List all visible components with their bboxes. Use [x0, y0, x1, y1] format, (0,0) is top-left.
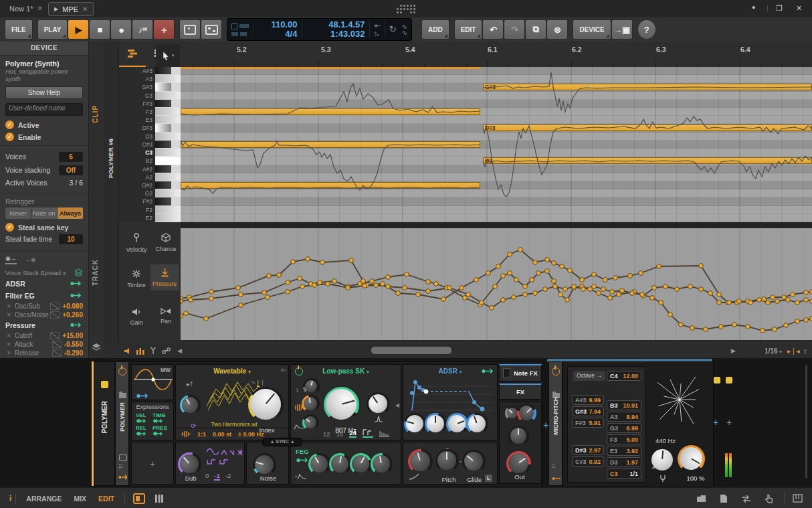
- mod-arrow-icon[interactable]: [70, 280, 83, 288]
- mod-amount[interactable]: -0.290: [64, 349, 83, 357]
- note-fx-tab[interactable]: Note FX: [499, 364, 542, 382]
- expression-slot-pres[interactable]: PRES: [153, 425, 169, 436]
- file-menu-button[interactable]: FILE: [5, 19, 33, 39]
- mod-curve-icon[interactable]: [52, 349, 62, 357]
- drag-handle-icon[interactable]: ⠿: [552, 464, 556, 470]
- expression-velocity-button[interactable]: Velocity: [122, 230, 150, 256]
- white-key[interactable]: [155, 92, 181, 99]
- feg-release-knob[interactable]: [371, 453, 393, 475]
- filter-keytrack-knob[interactable]: [303, 378, 320, 395]
- velocity-bars-icon[interactable]: [136, 347, 144, 355]
- add-device-plus[interactable]: +: [713, 417, 718, 428]
- mod-curve-icon[interactable]: [50, 332, 60, 339]
- pads-button[interactable]: [201, 19, 222, 39]
- black-key[interactable]: [155, 100, 181, 107]
- black-key[interactable]: [155, 141, 181, 148]
- sync-toggle[interactable]: ▲ SYNC ▲: [262, 438, 302, 446]
- pressure-lane[interactable]: [181, 228, 812, 342]
- osc-fine[interactable]: ± 0.00 Hz: [238, 431, 264, 438]
- note-editor-toggle[interactable]: [119, 41, 146, 67]
- octave-stretch-button[interactable]: Octave →: [573, 371, 605, 381]
- add-menu-button[interactable]: ADD: [421, 19, 449, 39]
- play-time[interactable]: 1:43.032: [330, 29, 365, 39]
- modulation-target[interactable]: ✕Attack-0.550: [0, 340, 88, 349]
- vibrato-lfo-knob[interactable]: [408, 449, 433, 474]
- drag-handle-icon[interactable]: ⠿: [118, 464, 123, 470]
- scroll-right-icon[interactable]: ▶: [731, 347, 736, 354]
- view-arrange-button[interactable]: ARRANGE: [26, 495, 62, 503]
- glide-legato-badge[interactable]: L: [485, 475, 492, 482]
- duplicate-button[interactable]: ⧉: [525, 19, 546, 39]
- tuning-row-A3[interactable]: A38.94: [607, 412, 641, 422]
- osc-shape-knob[interactable]: [180, 395, 201, 416]
- active-row[interactable]: ✓Active: [0, 120, 88, 129]
- filter-type-selector[interactable]: Low-pass SK ▾: [291, 365, 401, 375]
- expand-device-icon[interactable]: [118, 475, 127, 480]
- expression-chance-button[interactable]: Chance: [152, 230, 180, 256]
- white-key[interactable]: [155, 206, 181, 214]
- mod-destinations-tab[interactable]: →◉: [25, 256, 36, 263]
- tab-close-icon[interactable]: ✕: [82, 5, 88, 13]
- device-name-input[interactable]: User-defined name: [5, 103, 83, 116]
- track-device-header[interactable]: POLYMER +: [94, 361, 115, 486]
- modulation-target[interactable]: ✕Oscs/Noise+0.260: [0, 311, 88, 319]
- layout-single-icon[interactable]: [133, 493, 145, 504]
- window-restore-button[interactable]: ❐: [776, 4, 783, 13]
- tuning-row-E3[interactable]: E33.92: [607, 446, 641, 456]
- mapping-panel-icon[interactable]: [741, 495, 751, 503]
- insert-device-button[interactable]: →▣: [611, 19, 633, 39]
- sub-octave-selector[interactable]: 0 -1 -2: [205, 472, 231, 481]
- expressions-panel[interactable]: Expressions VELTIMBRELPRES: [131, 402, 174, 440]
- expression-slot-timb[interactable]: TIMB: [153, 412, 169, 424]
- mw-modulator-panel[interactable]: MW: [131, 364, 174, 400]
- expression-timbre-button[interactable]: Timbre: [122, 266, 150, 292]
- white-key[interactable]: [155, 189, 181, 197]
- remove-target-icon[interactable]: ✕: [7, 333, 11, 339]
- view-edit-button[interactable]: EDIT: [98, 495, 114, 503]
- filter-power-icon[interactable]: [295, 367, 303, 375]
- filter-mode-comb-icon[interactable]: [379, 430, 390, 438]
- layout-mixer-icon[interactable]: [155, 494, 164, 503]
- fx-out-knob[interactable]: [506, 451, 531, 476]
- tuning-row-C4[interactable]: C412.00: [607, 371, 641, 381]
- mw-mod-arrow-icon[interactable]: [136, 393, 149, 399]
- black-key[interactable]: [155, 83, 181, 90]
- tuning-row-C#3[interactable]: C#30.92: [572, 456, 604, 467]
- layers-icon[interactable]: [74, 268, 83, 276]
- view-mix-button[interactable]: MIX: [74, 495, 86, 503]
- enable-row[interactable]: ✓Enable: [0, 133, 88, 141]
- white-key[interactable]: [155, 214, 181, 222]
- info-icon[interactable]: i: [9, 493, 11, 503]
- monitor-button[interactable]: [179, 19, 201, 39]
- modulation-target[interactable]: ✕Osc/Sub+0.080: [0, 302, 88, 311]
- tuning-row-B3[interactable]: B310.91: [607, 400, 641, 410]
- transport-display-icons[interactable]: [227, 23, 253, 36]
- punch-in-icon[interactable]: ⇤: [374, 21, 380, 29]
- fx-tab[interactable]: FX: [499, 384, 542, 400]
- expression-slot-vel[interactable]: VEL: [136, 412, 153, 424]
- fade-value[interactable]: 10: [59, 234, 83, 244]
- keytrack-icon[interactable]: ▸†: [187, 381, 193, 388]
- osc-type-selector[interactable]: Wavetable ▾: [176, 365, 288, 375]
- expression-gain-button[interactable]: Gain: [122, 305, 150, 329]
- polymer-preset-icon[interactable]: [119, 393, 126, 398]
- insert-device-plus[interactable]: +: [543, 420, 548, 430]
- scroll-left-icon[interactable]: ◀: [177, 347, 182, 354]
- window-close-button[interactable]: ✕: [796, 4, 802, 13]
- overdub-button[interactable]: ♪ʷ: [132, 19, 153, 39]
- sub-level-knob[interactable]: [178, 452, 201, 476]
- remove-target-icon[interactable]: ✕: [7, 350, 11, 356]
- clip-tab[interactable]: CLIP: [92, 105, 99, 123]
- play-button[interactable]: ▶: [68, 19, 89, 39]
- white-key[interactable]: [155, 173, 181, 181]
- piano-key-column[interactable]: [155, 67, 181, 222]
- wavetable-browser-icon[interactable]: ılıı: [281, 367, 286, 373]
- fx-spread-knob[interactable]: [517, 404, 536, 423]
- fx-pan-knob[interactable]: [508, 426, 529, 446]
- record-button[interactable]: ●: [110, 19, 132, 39]
- osc-semitones[interactable]: 0.00 st: [213, 431, 231, 438]
- chain-icon[interactable]: [162, 347, 171, 354]
- zoom-fit-icon[interactable]: ↕: [803, 347, 807, 355]
- time-signature[interactable]: 4/4: [285, 29, 297, 39]
- adsr-decay-knob[interactable]: [425, 413, 447, 435]
